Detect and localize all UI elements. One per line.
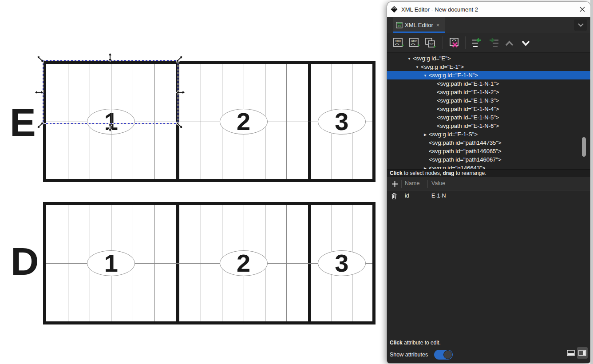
tree-node-label: <svg:path id="path144735"> [429,139,502,146]
tab-xml-editor[interactable]: <> XML Editor × [393,17,445,33]
delete-attribute-icon[interactable] [391,193,397,200]
toolbar-separator [465,36,466,49]
svg-text:<>: <> [452,38,456,43]
xml-editor-dialog: XML Editor - New document 2 <> XML Edito… [387,2,590,363]
inkscape-canvas[interactable]: E D 123123 XML Editor - New document 2 [0,0,593,364]
attribute-edit-hint: Click attribute to edit. [390,340,441,346]
expander-closed-icon[interactable]: ▶ [422,131,429,139]
new-element-node-button[interactable]: xml <> [392,37,405,49]
column-separator [427,180,428,188]
handle-middle-right[interactable] [176,90,186,95]
panel-menu-button[interactable] [574,20,587,31]
close-icon[interactable] [579,6,586,13]
tab-label: XML Editor [405,22,433,28]
tree-node-label: <svg:path id="E-1-N-4"> [437,106,499,112]
section-number[interactable]: 3 [335,109,348,134]
grid-line [201,64,201,179]
toggle-knob [443,350,452,359]
tree-node[interactable]: <svg:path id="path144735"> [387,138,590,147]
grid-line [154,205,155,321]
layout-horizontal-button[interactable] [565,347,576,359]
chevron-down-icon [577,23,584,27]
row-label-D[interactable]: D [11,242,38,281]
duplicate-node-icon: <> [425,37,437,49]
tree-node-label: <svg:path id="E-1-N-1"> [437,80,499,87]
row-label-E[interactable]: E [10,103,35,142]
section-ellipse[interactable]: 3 [318,250,366,276]
dialog-titlebar[interactable]: XML Editor - New document 2 [387,2,590,17]
new-text-node-icon: abc <> [409,37,421,49]
show-attributes-toggle[interactable] [434,350,453,360]
attribute-name[interactable]: id [405,193,409,199]
section-number[interactable]: 3 [335,251,348,276]
tree-node-label: <svg:path id="E-1-N-6"> [437,123,499,129]
delete-node-button[interactable]: <> [448,37,461,49]
xml-editor-tab-icon: <> [396,22,403,28]
expander-open-icon[interactable]: ▼ [406,55,413,63]
plus-icon [391,181,398,187]
section-ellipse[interactable]: 2 [220,109,268,135]
indent-node-icon [487,37,499,49]
unindent-node-icon [471,37,483,49]
tree-node[interactable]: ▶<svg:g id="E-1-S"> [387,130,590,138]
tree-node[interactable]: <svg:path id="E-1-N-2"> [387,88,590,96]
tree-hint: Click to select nodes, drag to rearrange… [387,169,590,177]
handle-bottom-center[interactable] [108,123,112,132]
add-attribute-button[interactable] [390,179,399,189]
inkscape-logo-icon [391,6,398,13]
tree-node[interactable]: ▶<svg:g id="g146643"> [387,164,590,169]
tree-node[interactable]: <svg:path id="E-1-N-4"> [387,105,590,113]
grid-line [68,64,68,179]
section-ellipse[interactable]: 1 [87,250,135,276]
tree-node[interactable]: ▼<svg:g id="E-1-N"> [387,71,590,79]
svg-text:<>: <> [429,42,434,46]
tree-node[interactable]: <svg:path id="E-1-N-5"> [387,113,590,122]
indent-node-button[interactable] [487,37,499,49]
move-node-down-button[interactable] [519,37,532,49]
tree-node[interactable]: <svg:path id="path146065"> [387,147,590,155]
svg-text:<>: <> [397,24,401,28]
new-element-node-icon: xml <> [393,37,405,49]
section-number[interactable]: 2 [237,109,250,134]
new-text-node-button[interactable]: abc <> [408,37,421,49]
tree-node[interactable]: <svg:path id="path146067"> [387,155,590,164]
window-edge [590,0,593,364]
section-number[interactable]: 1 [104,251,118,276]
expander-open-icon[interactable]: ▼ [414,63,421,71]
tree-node[interactable]: ▼<svg:g id="E"> [387,54,590,63]
tree-scrollbar-thumb[interactable] [582,137,586,157]
unindent-node-button[interactable] [471,37,483,49]
duplicate-node-button[interactable]: <> [424,37,437,49]
attributes-header: Name Value [387,177,590,190]
horizontal-split-icon [567,350,575,356]
dialog-title: XML Editor - New document 2 [401,6,478,13]
tree-node[interactable]: <svg:path id="E-1-N-3"> [387,96,590,105]
handle-top-center[interactable] [108,52,112,62]
xml-node-tree[interactable]: ▼<svg:g id="E">▼<svg:g id="E-1">▼<svg:g … [387,52,590,169]
tree-node[interactable]: <svg:path id="E-1-N-1"> [387,79,590,88]
tab-close-icon[interactable]: × [436,22,440,28]
tree-node[interactable]: ▼<svg:g id="E-1"> [387,63,590,71]
tree-node-label: <svg:g id="E-1-S"> [429,131,478,138]
section-ellipse[interactable]: 2 [220,250,268,276]
svg-text:<>: <> [395,42,399,47]
section-ellipse[interactable]: 3 [318,109,366,135]
tree-node[interactable]: <svg:path id="E-1-N-6"> [387,122,590,130]
layout-vertical-button[interactable] [577,347,588,359]
expander-closed-icon[interactable]: ▶ [422,164,429,169]
section-number[interactable]: 2 [237,251,250,276]
grid-line [201,205,201,321]
svg-text:<>: <> [411,42,415,47]
delete-node-icon: <> [449,37,461,49]
attribute-value[interactable]: E-1-N [431,193,446,199]
attribute-row[interactable]: idE-1-N [387,190,590,202]
table-frame[interactable]: 123 [43,61,376,182]
grid-line [154,64,155,179]
handle-middle-left[interactable] [34,90,44,95]
dialog-tabstrip: <> XML Editor × [387,17,590,33]
expander-open-icon[interactable]: ▼ [422,71,429,80]
grid-line [286,205,287,321]
move-node-up-button[interactable] [503,37,515,49]
table-frame[interactable]: 123 [43,202,376,324]
tree-node-label: <svg:g id="E-1"> [421,63,464,70]
